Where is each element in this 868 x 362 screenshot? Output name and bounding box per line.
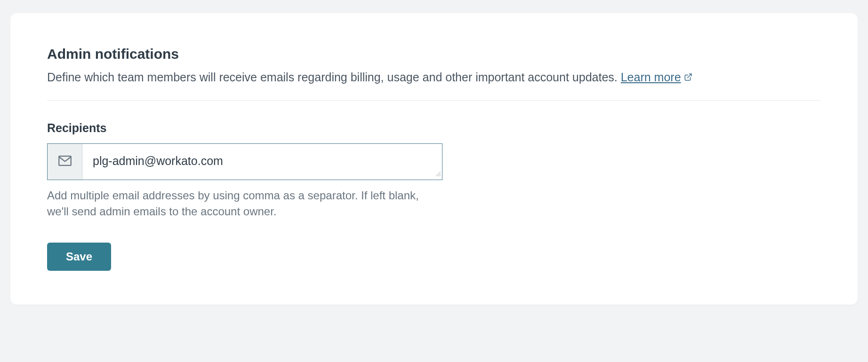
admin-notifications-card: Admin notifications Define which team me… (10, 13, 858, 305)
recipients-helper-text: Add multiple email addresses by using co… (47, 188, 442, 220)
learn-more-link[interactable]: Learn more (621, 71, 692, 84)
section-description-text: Define which team members will receive e… (47, 71, 621, 84)
svg-line-0 (687, 74, 691, 78)
learn-more-label: Learn more (621, 71, 681, 84)
save-button[interactable]: Save (47, 243, 111, 271)
section-description: Define which team members will receive e… (47, 69, 821, 87)
recipients-input-wrap (47, 143, 442, 180)
divider (47, 100, 821, 101)
section-title: Admin notifications (47, 46, 821, 62)
external-link-icon (684, 69, 692, 86)
recipients-input[interactable] (82, 144, 442, 180)
email-icon-box (48, 144, 82, 180)
recipients-label: Recipients (47, 121, 821, 135)
envelope-icon (57, 153, 73, 171)
